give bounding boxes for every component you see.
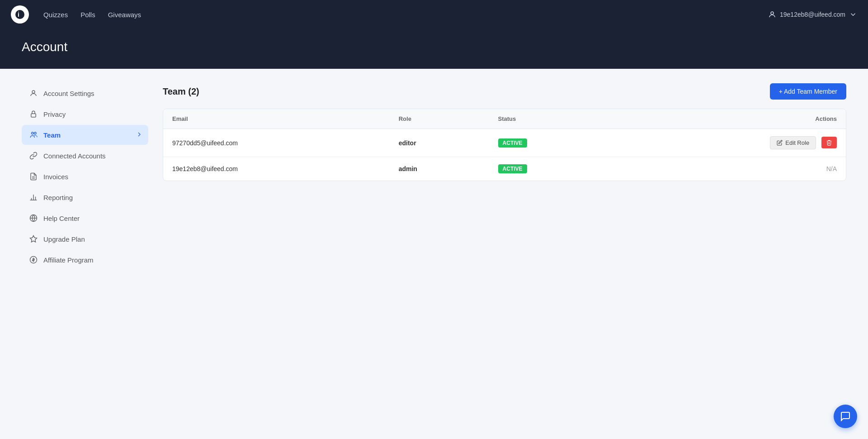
pencil-icon xyxy=(777,140,783,146)
header: i Quizzes Polls Giveaways 19e12eb8@uifee… xyxy=(0,0,868,29)
team-section-title: Team (2) xyxy=(163,86,199,97)
svg-point-2 xyxy=(771,12,774,14)
cell-role-1: editor xyxy=(390,129,489,157)
file-icon xyxy=(29,172,38,181)
sidebar-label-upgrade-plan: Upgrade Plan xyxy=(43,235,85,243)
chevron-right-icon xyxy=(136,131,143,139)
chart-icon xyxy=(29,193,38,202)
sidebar-item-upgrade-plan[interactable]: Upgrade Plan xyxy=(22,229,148,249)
chevron-down-icon xyxy=(849,10,857,19)
cell-actions-1: Edit Role xyxy=(616,129,846,157)
svg-rect-4 xyxy=(31,114,36,117)
svg-marker-14 xyxy=(30,236,37,242)
star-icon xyxy=(29,234,38,243)
sidebar-item-privacy[interactable]: Privacy xyxy=(22,104,148,124)
svg-point-6 xyxy=(34,132,37,134)
delete-button-1[interactable] xyxy=(821,137,837,148)
svg-text:i: i xyxy=(18,11,19,18)
sidebar-item-help-center[interactable]: Help Center xyxy=(22,208,148,228)
team-icon xyxy=(29,130,38,139)
user-email: 19e12eb8@uifeed.com xyxy=(780,11,845,18)
page-hero: Account xyxy=(0,29,868,69)
sidebar-label-privacy: Privacy xyxy=(43,110,66,118)
trash-icon xyxy=(826,139,832,146)
team-table: Email Role Status Actions 97270dd5@uifee… xyxy=(163,109,846,181)
nav-quizzes[interactable]: Quizzes xyxy=(43,11,68,19)
user-circle-icon xyxy=(29,89,38,98)
role-text-2: admin xyxy=(399,165,417,172)
table-row: 19e12eb8@uifeed.com admin ACTIVE N/A xyxy=(163,157,846,181)
content-area: Account Settings Privacy Team xyxy=(0,69,868,435)
sidebar-label-invoices: Invoices xyxy=(43,173,68,181)
sidebar-label-team: Team xyxy=(43,131,61,139)
sidebar-label-account-settings: Account Settings xyxy=(43,90,94,97)
sidebar-label-help-center: Help Center xyxy=(43,215,80,222)
logo[interactable]: i xyxy=(11,5,29,24)
sidebar-label-reporting: Reporting xyxy=(43,194,73,201)
table-body: 97270dd5@uifeed.com editor ACTIVE xyxy=(163,129,846,181)
team-header: Team (2) + Add Team Member xyxy=(163,83,846,100)
nav-polls[interactable]: Polls xyxy=(80,11,95,19)
main-content: Team (2) + Add Team Member Email Role St… xyxy=(163,83,846,421)
cell-email-1: 97270dd5@uifeed.com xyxy=(163,129,390,157)
lock-icon xyxy=(29,110,38,119)
svg-point-3 xyxy=(32,91,35,93)
nav-links: Quizzes Polls Giveaways xyxy=(43,11,141,19)
sidebar-item-affiliate-program[interactable]: Affiliate Program xyxy=(22,250,148,270)
globe-icon xyxy=(29,214,38,223)
sidebar-item-team[interactable]: Team xyxy=(22,125,148,145)
user-menu[interactable]: 19e12eb8@uifeed.com xyxy=(768,10,857,19)
svg-point-5 xyxy=(32,132,34,134)
header-left: i Quizzes Polls Giveaways xyxy=(11,5,141,24)
nav-giveaways[interactable]: Giveaways xyxy=(108,11,141,19)
money-icon xyxy=(29,255,38,264)
cell-status-2: ACTIVE xyxy=(489,157,617,181)
cell-role-2: admin xyxy=(390,157,489,181)
edit-role-button-1[interactable]: Edit Role xyxy=(770,136,816,149)
sidebar-label-affiliate-program: Affiliate Program xyxy=(43,256,94,264)
chat-bubble[interactable] xyxy=(834,405,857,428)
sidebar: Account Settings Privacy Team xyxy=(22,83,148,421)
link-icon xyxy=(29,151,38,160)
cell-email-2: 19e12eb8@uifeed.com xyxy=(163,157,390,181)
chat-icon xyxy=(840,411,851,422)
sidebar-label-connected-accounts: Connected Accounts xyxy=(43,152,106,160)
user-icon xyxy=(768,10,776,19)
cell-status-1: ACTIVE xyxy=(489,129,617,157)
sidebar-item-connected-accounts[interactable]: Connected Accounts xyxy=(22,146,148,166)
svg-point-0 xyxy=(15,10,24,19)
table-row: 97270dd5@uifeed.com editor ACTIVE xyxy=(163,129,846,157)
table-header: Email Role Status Actions xyxy=(163,109,846,129)
col-email: Email xyxy=(163,109,390,129)
logo-icon: i xyxy=(11,5,29,24)
cell-actions-2: N/A xyxy=(616,157,846,181)
page-title: Account xyxy=(22,40,846,54)
team-table-container: Email Role Status Actions 97270dd5@uifee… xyxy=(163,109,846,181)
col-status: Status xyxy=(489,109,617,129)
actions-na-text: N/A xyxy=(826,165,837,172)
sidebar-item-account-settings[interactable]: Account Settings xyxy=(22,83,148,103)
status-badge-2: ACTIVE xyxy=(498,164,527,173)
col-actions: Actions xyxy=(616,109,846,129)
add-team-member-button[interactable]: + Add Team Member xyxy=(770,83,846,100)
sidebar-item-reporting[interactable]: Reporting xyxy=(22,187,148,207)
edit-role-label: Edit Role xyxy=(785,139,809,146)
status-badge-1: ACTIVE xyxy=(498,138,527,148)
sidebar-item-invoices[interactable]: Invoices xyxy=(22,167,148,186)
col-role: Role xyxy=(390,109,489,129)
role-text-1: editor xyxy=(399,139,416,147)
